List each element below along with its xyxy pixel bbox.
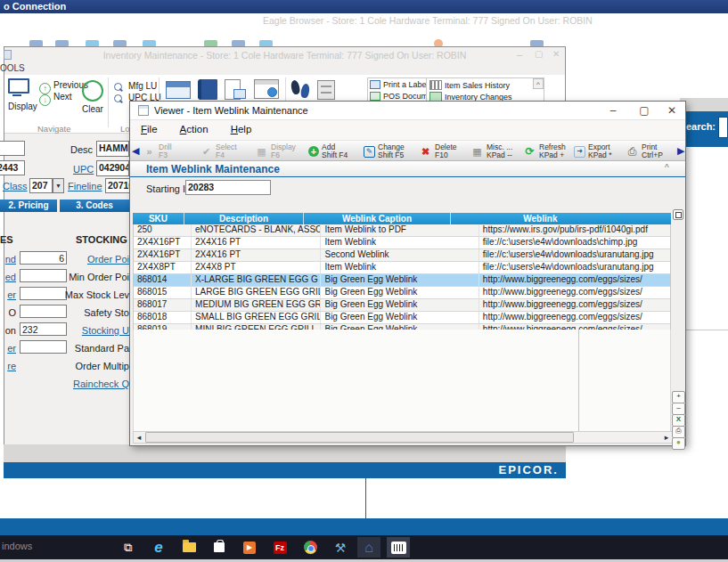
stocking-unit-link[interactable]: Stocking U [53,325,129,336]
next-button[interactable]: ↓ Next [39,92,72,106]
menu-file[interactable]: File [141,124,158,134]
qty-row-label[interactable]: er [0,289,16,300]
file-explorer-button[interactable] [177,537,200,558]
class-link[interactable]: Class [3,181,28,191]
select-button[interactable]: ✔ SelectF4 [200,143,237,160]
h-scroll-left-arrow[interactable]: ◂ [134,432,144,443]
task-view-button[interactable]: ⧉ [117,537,140,558]
order-point-link[interactable]: Order Poi [53,254,129,265]
home-button[interactable]: ⌂ [357,537,380,558]
grid-options-button[interactable]: ● [672,437,685,450]
grid-excel-export-button[interactable]: X [672,414,685,427]
bottom-blue-strip [0,518,728,535]
print-button[interactable]: ⎙ PrintCtrl+P [626,143,663,160]
h-scrollbar-thumb[interactable] [145,432,574,443]
quantities-heading: ES [0,234,13,245]
table-row[interactable]: 2X4X16PT2X4X16 PTItem Weblinkfile://c:\u… [134,237,670,249]
toolbar-separator [108,77,109,127]
history-scroll-up[interactable]: ^ [533,78,544,89]
qty-row-label[interactable]: re [0,361,16,371]
h-scroll-right-arrow[interactable]: ▸ [661,432,672,443]
minimize-icon[interactable]: – [603,104,623,117]
barcode-scanner-button[interactable] [387,537,410,558]
chrome-button[interactable] [299,537,322,558]
refresh-icon: ⟳ [523,145,536,158]
raincheck-link[interactable]: Raincheck Q [53,379,129,389]
menu-action[interactable]: Action [180,124,209,134]
print-a-label-item[interactable]: Print a Label [370,80,429,91]
table-row[interactable]: 250eNOTECARDS - BLANK, ASSOItem Weblink … [134,224,670,237]
item-sales-history-item[interactable]: Item Sales History [429,80,510,92]
book-icon[interactable] [198,79,217,100]
maximize-icon[interactable]: ▢ [634,104,654,117]
toolbar-separator [285,77,286,102]
starting-item-input[interactable]: 20283 [185,180,271,195]
change-button[interactable]: ✎ ChangeShift F5 [364,143,405,160]
table-row[interactable]: 868018SMALL BIG GREEN EGG GRILBig Green … [134,312,670,324]
mfg-lu-label: Mfg LU [128,81,157,91]
cabinet-icon[interactable] [317,80,335,100]
item-field-top[interactable] [0,141,25,156]
table-row[interactable]: 2X4X16PT2X4X16 PTSecond Weblinkfile://c:… [134,249,670,262]
close-icon[interactable]: ✕ [662,104,682,117]
grid-print-button[interactable]: ⎙ [672,426,685,438]
store-button[interactable] [208,537,231,558]
toolbar-scroll-left-icon[interactable]: ◀ [132,145,139,157]
grid-view-icon[interactable] [166,81,191,99]
grid-zoom-out-button[interactable]: – [672,403,685,415]
toolbar-scroll-right-icon[interactable]: ▶ [677,145,684,157]
section-collapse-icon[interactable]: ^ [665,163,669,173]
item-number-field[interactable]: 2443 [0,160,25,175]
table-row[interactable]: 868015LARGE BIG GREEN EGG GRILBig Green … [134,287,670,299]
add-button[interactable]: + AddShift F4 [308,143,348,160]
display-button[interactable]: ▦ DisplayF6 [255,143,296,160]
col-header-description[interactable]: Description [184,213,304,224]
class-combo[interactable]: 207 [29,178,53,193]
search-input[interactable] [718,117,728,138]
connection-title: o Connection [4,1,66,12]
refresh-button[interactable]: ⟳ RefreshKPad + [523,143,566,160]
class-combo-dropdown[interactable]: ▼ [53,178,64,193]
grid-corner-button[interactable] [673,209,683,220]
qty-row-label[interactable]: ed [0,272,16,282]
close-icon[interactable]: ✕ [552,49,560,59]
drill-button[interactable]: » DrillF3 [143,143,172,160]
table-row[interactable]: 2X4X8PT2X4X8 PTItem Weblinkfile://c:\use… [134,262,670,274]
monitor-icon-base [12,94,21,96]
display-button[interactable]: Display [8,78,38,112]
col-header-weblink-caption[interactable]: Weblink Caption [304,213,451,224]
video-app-button[interactable]: ▶ [238,537,261,558]
mfg-lu-button[interactable]: Mfg LU [114,81,157,93]
table-row[interactable]: 868017MEDIUM BIG GREEN EGG GRIBig Green … [134,299,670,312]
epicor-bar: EPICOR. [4,462,566,478]
desc-field[interactable]: HAMMI [96,141,129,157]
edge-button[interactable]: e [147,537,170,558]
export-button[interactable]: ➜ ExportKPad * [574,143,611,160]
maximize-icon[interactable]: ▢ [535,49,543,59]
upc-link[interactable]: UPC [73,164,93,175]
next-label: Next [53,92,72,102]
filezilla-button[interactable]: Fz [268,537,291,558]
qty-row-label[interactable]: er [0,343,16,354]
fineline-link[interactable]: Fineline [68,181,102,191]
qty-row-label[interactable]: nd [0,254,16,265]
minimize-icon[interactable]: – [517,49,522,60]
standard-pack-label: Standard Pa [53,343,129,354]
task-view-icon: ⧉ [124,541,132,555]
video-app-icon: ▶ [243,542,256,554]
menu-help[interactable]: Help [231,124,252,134]
col-header-weblink[interactable]: Weblink [451,213,671,224]
grid-zoom-in-button[interactable]: + [672,391,685,403]
delete-button[interactable]: ✖ DeleteF10 [419,143,457,160]
tools-menu-label[interactable]: OOLS [0,63,25,73]
tab-pricing[interactable]: 2. Pricing [0,200,57,212]
col-header-sku[interactable]: SKU [133,213,184,224]
tab-codes[interactable]: 3. Codes [60,200,129,212]
tools-button[interactable]: ⚒ [329,537,352,558]
upc-field[interactable]: 0429041 [96,160,129,176]
clear-button[interactable]: Clear [82,80,103,114]
table-row-selected[interactable]: 868014X-LARGE BIG GREEN EGG GBig Green E… [134,274,670,287]
misc-button[interactable]: ▦ Misc. ...KPad -- [470,143,512,160]
drill-icon: » [143,146,156,157]
grid-empty-area [133,330,671,431]
